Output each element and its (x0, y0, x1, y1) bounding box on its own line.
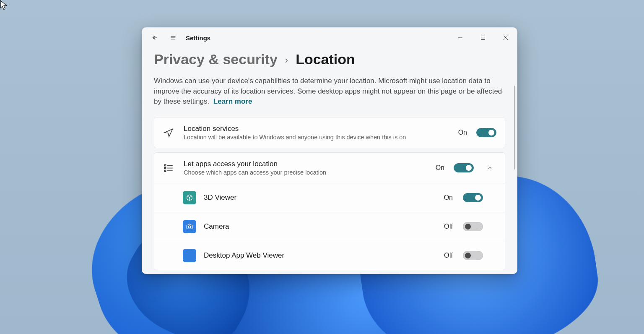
app-toggle-camera[interactable] (463, 222, 483, 231)
location-services-subtitle: Location will be available to Windows an… (184, 134, 452, 141)
mouse-cursor (0, 0, 8, 10)
app-toggle-desktop-web-viewer[interactable] (463, 251, 483, 260)
camera-icon (183, 220, 196, 233)
settings-window: Settings Privacy & security › Location W… (142, 27, 517, 274)
breadcrumb-current: Location (296, 51, 355, 68)
hamburger-menu-button[interactable] (166, 30, 181, 45)
chevron-right-icon: › (285, 55, 288, 66)
location-arrow-icon (160, 124, 177, 141)
chevron-up-icon[interactable] (483, 161, 496, 175)
location-services-toggle[interactable] (476, 128, 496, 137)
window-title: Settings (186, 34, 210, 42)
app-access-toggle[interactable] (454, 163, 474, 172)
app-access-state: On (436, 164, 444, 172)
app-name: Desktop App Web Viewer (204, 251, 436, 260)
app-name: 3D Viewer (204, 193, 436, 202)
app-row-desktop-web-viewer: Desktop App Web Viewer Off (154, 241, 505, 270)
generic-app-icon (183, 249, 196, 262)
svg-rect-7 (164, 164, 166, 166)
app-row-3d-viewer: 3D Viewer On (154, 183, 505, 212)
location-services-card: Location services Location will be avail… (154, 117, 505, 148)
back-button[interactable] (147, 30, 162, 45)
location-services-state: On (458, 129, 467, 136)
breadcrumb: Privacy & security › Location (154, 51, 505, 68)
maximize-button[interactable] (472, 29, 494, 46)
app-row-camera: Camera Off (154, 212, 505, 241)
svg-rect-9 (164, 167, 166, 169)
app-state: Off (444, 252, 453, 259)
app-name: Camera (204, 222, 436, 231)
location-services-title: Location services (184, 125, 452, 133)
page-description: Windows can use your device's capabiliti… (154, 76, 505, 107)
svg-point-14 (188, 226, 190, 228)
titlebar: Settings (142, 28, 517, 48)
app-list: 3D Viewer On Camera Off Desk (154, 183, 505, 270)
app-toggle-3d-viewer[interactable] (463, 193, 483, 202)
learn-more-link[interactable]: Learn more (213, 97, 252, 105)
description-text: Windows can use your device's capabiliti… (154, 77, 502, 105)
app-list-icon (160, 159, 177, 176)
app-state: Off (444, 223, 453, 230)
minimize-button[interactable] (449, 29, 472, 46)
content-area: Privacy & security › Location Windows ca… (142, 48, 517, 274)
svg-rect-4 (481, 36, 485, 40)
svg-rect-11 (164, 170, 166, 171)
breadcrumb-parent[interactable]: Privacy & security (154, 51, 278, 68)
app-access-subtitle: Choose which apps can access your precis… (184, 169, 429, 176)
3d-viewer-icon (183, 191, 196, 204)
scrollbar[interactable] (514, 86, 515, 170)
app-access-title: Let apps access your location (184, 160, 429, 168)
close-button[interactable] (494, 29, 517, 46)
app-access-card: Let apps access your location Choose whi… (154, 152, 505, 270)
app-state: On (444, 194, 453, 201)
